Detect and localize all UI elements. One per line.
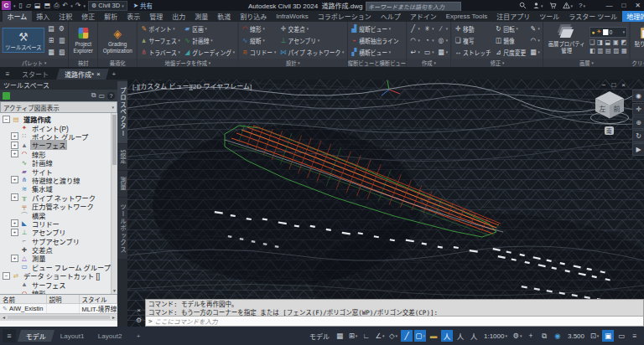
tree-item-ds-alignments[interactable]: ◠線形 [0, 289, 117, 294]
survey-toggle-icon[interactable]: ▦ [47, 47, 55, 58]
showmotion-icon[interactable]: ▶ [632, 143, 644, 156]
help-icon-caret[interactable]: ▾ [583, 3, 585, 8]
grid-toggle[interactable]: ▦ [334, 330, 345, 342]
settings-toggle-icon[interactable]: ⊞ [47, 35, 55, 46]
vp-restore-button[interactable]: □ [611, 81, 615, 89]
ribbon-tab-InfraWorks[interactable]: InfraWorks [272, 11, 314, 22]
app-menu-caret-icon[interactable]: ▾ [13, 3, 16, 8]
ribbon-tab-修正[interactable]: 修正 [77, 11, 100, 22]
toolspace-button[interactable]: ⚒ツールスペース [3, 28, 45, 53]
layer-tool-icon-1-2[interactable]: ▤ [605, 47, 611, 54]
layer-tool-icon-0-3[interactable]: ▣ [613, 39, 619, 46]
ribbon-tab-アドイン[interactable]: アドイン [405, 11, 441, 22]
layer-tool-icon-1-3[interactable]: ▨ [613, 47, 619, 54]
tree-item-pressure-networks[interactable]: ╤圧力管ネットワーク [0, 202, 117, 210]
arc-tool[interactable]: ◠▾ [409, 35, 421, 46]
points-menu[interactable]: ✎ポイント▾ [140, 23, 181, 34]
erase-tool[interactable]: ✎▾ [529, 23, 541, 34]
expand-plus-icon[interactable]: + [11, 176, 18, 183]
search-icon[interactable] [519, 2, 527, 9]
xline-tool[interactable]: ∕▾ [437, 23, 449, 34]
isodraft-toggle[interactable]: ◇▾ [387, 330, 399, 342]
steering-wheel-icon[interactable]: ◉ [632, 90, 644, 102]
tree-item-turnouts-crossovers[interactable]: +⋔待避線と渡り線 [0, 176, 117, 184]
orbit-icon[interactable]: ↻ [632, 130, 644, 142]
tree-item-intersections[interactable]: ✚交差点 [0, 245, 117, 254]
ellipse-tool[interactable]: ◎▾ [437, 35, 449, 46]
ribbon-tab-挿入[interactable]: 挿入 [32, 11, 55, 22]
expand-minus-icon[interactable]: − [3, 272, 10, 280]
ribbon-tab-注釈[interactable]: 注釈 [55, 11, 77, 22]
layer-on-icon[interactable]: ● [592, 29, 595, 35]
fillet-tool[interactable]: ◠▾ [529, 35, 541, 46]
clean-screen-toggle[interactable]: ▭ [615, 330, 627, 342]
share-button[interactable]: ➤ 共有 [133, 1, 153, 10]
ribbon-tab-コラボレーション[interactable]: コラボレーション [313, 11, 376, 22]
ribbon-tab-管理[interactable]: 管理 [145, 11, 168, 22]
palettes-panel-label[interactable]: パレット▾ [0, 59, 68, 67]
undo-icon-caret[interactable]: ▾ [70, 3, 73, 8]
sign-in-icon[interactable]: ▾ [532, 2, 543, 9]
close-button[interactable]: ✕ [635, 2, 641, 9]
units-toggle[interactable]: ⧉ [538, 330, 550, 342]
layer-tool-icon-1-4[interactable]: ▦ [621, 47, 627, 54]
undo-icon[interactable]: ↶ [62, 1, 70, 10]
graphics-performance-toggle[interactable]: ▣ [602, 330, 614, 342]
list-row[interactable]: ✎AIW_ExistinMLIT-境界線 [0, 304, 117, 313]
redo-icon[interactable]: ↷ [75, 1, 82, 10]
ribbon-tab-表示[interactable]: 表示 [122, 11, 145, 22]
osnap-tracking-toggle[interactable]: ╱ [401, 330, 413, 342]
command-customize-icon[interactable]: ⚙ [136, 317, 142, 324]
pipe-network-menu[interactable]: ⋈パイプ ネットワーク▾ [279, 47, 345, 58]
workspace-switch[interactable]: ⚙▾ [512, 330, 523, 342]
lineweight-toggle[interactable]: ▬ [428, 330, 439, 342]
sign-in-icon-caret[interactable]: ▾ [541, 3, 543, 8]
new-drawing-tab-button[interactable]: + [109, 69, 119, 80]
modify-panel-label[interactable]: 修正▾ [452, 59, 543, 67]
layer-freeze-icon[interactable]: ☀ [596, 28, 601, 35]
toolspace-tab-測量[interactable]: 測量 [117, 171, 127, 197]
ribbon-tab-Express Tools[interactable]: Express Tools [441, 11, 492, 22]
drawing-viewport[interactable]: [-][カスタム ビュー][2D ワイヤフレーム] −□× 左 前 南 ◉✛⊕↻… [127, 80, 644, 327]
stretch-tool[interactable]: ↔ストレッチ [454, 47, 491, 58]
doc-tabs-menu-icon[interactable]: ≡ [2, 69, 13, 80]
layer-tool-icon-0-2[interactable]: ⬓ [605, 39, 611, 46]
copy-tool[interactable]: ❏複写 [454, 35, 491, 46]
ribbon-tab-割り込み[interactable]: 割り込み [236, 11, 272, 22]
list-hscrollbar[interactable]: ◄► [0, 313, 117, 321]
line-tool[interactable]: ╱▾ [409, 23, 421, 34]
intersection-menu[interactable]: ✚交差点▾ [279, 23, 345, 34]
new-file-icon[interactable]: ▯ [18, 1, 23, 10]
viewport-controls-label[interactable]: [-][カスタム ビュー][2D ワイヤフレーム] [132, 81, 252, 90]
expand-plus-icon[interactable]: + [11, 193, 18, 201]
traverse-menu[interactable]: ⋔トラバース▾ [140, 47, 181, 58]
panorama-icon[interactable]: ▭ [98, 92, 105, 100]
create-ground-data-panel-label[interactable]: 地盤データを作成▾ [138, 59, 238, 67]
quick-properties-toggle[interactable]: ⊡▾ [589, 330, 600, 342]
pan-icon[interactable]: ✛ [632, 103, 644, 116]
add-layout-button[interactable]: + [128, 330, 149, 342]
layout-menu-icon[interactable]: ≡ [3, 329, 16, 342]
list-column-0[interactable]: 名前 [0, 295, 47, 303]
object-snap-toggle[interactable]: ▢▾ [414, 330, 426, 342]
prospector-toggle-icon[interactable]: ▤ [47, 23, 55, 34]
app-store-icon[interactable] [549, 2, 557, 9]
ortho-toggle[interactable]: ∟ [361, 330, 372, 342]
annotation-scale-value[interactable]: 1:1000▾ [481, 332, 510, 340]
vp-minimize-button[interactable]: − [602, 81, 606, 89]
geolocation-indicator[interactable]: ◉ [552, 330, 564, 342]
project-explorer-button[interactable]: ProjectExplorer [71, 25, 96, 55]
alignment-menu[interactable]: ◠線形▾ [241, 23, 277, 34]
corridor-menu[interactable]: ≋コリドー▾ [241, 47, 277, 58]
layer-tool-icon-1-0[interactable]: ◧ [589, 47, 595, 54]
layer-tool-icon-1-1[interactable]: ▥ [597, 47, 603, 54]
open-file-icon[interactable]: ▱ [25, 1, 32, 10]
sample-lines-button[interactable]: ⌁横断抽出ライン [350, 35, 399, 46]
doc-tab-道路作成[interactable]: 道路作成*× [56, 69, 109, 80]
doc-tab-スタート[interactable]: スタート [13, 69, 57, 80]
rotate-tool[interactable]: ↻回転▾ [494, 23, 527, 34]
paste-button[interactable]: 貼り付け▾ [632, 25, 644, 55]
ribbon-tab-ツール[interactable]: ツール [535, 11, 564, 22]
tree-item-alignments[interactable]: +◠線形 [0, 150, 117, 158]
layout-tab-Layout2[interactable]: Layout2 [90, 330, 130, 342]
